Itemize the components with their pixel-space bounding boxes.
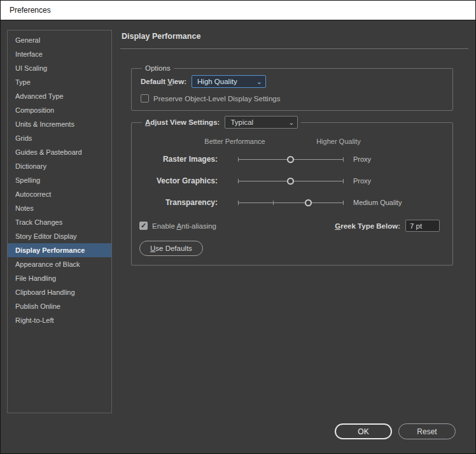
slider-thumb[interactable]: [305, 199, 312, 206]
enable-anti-aliasing-row: Enable Anti-aliasing: [139, 222, 216, 230]
chevron-down-icon: ⌄: [288, 119, 294, 125]
options-group-legend: Options: [142, 64, 174, 72]
default-view-label: Default View:: [141, 78, 186, 85]
sidebar-item-dictionary[interactable]: Dictionary: [8, 159, 111, 173]
use-defaults-row: Use Defaults: [139, 232, 445, 256]
slider[interactable]: [238, 176, 343, 186]
content: Display Performance Options Default View…: [120, 30, 468, 266]
better-performance-label: Better Performance: [204, 138, 265, 145]
preserve-object-level-checkbox[interactable]: [141, 94, 149, 103]
sidebar-item-file-handling[interactable]: File Handling: [8, 271, 111, 285]
slider-value-label: Proxy: [353, 177, 371, 185]
enable-anti-aliasing-label: Enable Anti-aliasing: [152, 222, 216, 230]
slider[interactable]: [238, 198, 343, 208]
sidebar-item-composition[interactable]: Composition: [8, 103, 111, 117]
adjust-view-settings-dropdown[interactable]: Typical ⌄: [225, 116, 298, 129]
slider[interactable]: [238, 155, 343, 164]
window-title: Preferences: [10, 6, 51, 15]
footer: OK Reset: [335, 423, 456, 439]
slider-tick: [238, 201, 239, 205]
sidebar-item-publish-online[interactable]: Publish Online: [8, 299, 111, 313]
titlebar[interactable]: Preferences: [1, 1, 475, 20]
ok-button[interactable]: OK: [335, 423, 392, 439]
scale-header-row: Better Performance Higher Quality: [139, 138, 445, 146]
sidebar-item-autocorrect[interactable]: Autocorrect: [8, 187, 111, 201]
greek-type-input[interactable]: [405, 220, 440, 232]
sidebar-item-interface[interactable]: Interface: [8, 47, 111, 61]
sidebar-item-advanced-type[interactable]: Advanced Type: [8, 89, 111, 103]
sidebar-item-spelling[interactable]: Spelling: [8, 173, 111, 187]
sidebar-item-story-editor-display[interactable]: Story Editor Display: [8, 229, 111, 243]
preserve-object-level-label: Preserve Object-Level Display Settings: [153, 95, 280, 103]
default-view-value: High Quality: [197, 78, 237, 85]
slider-label: Raster Images:: [139, 155, 218, 164]
adjust-view-settings-legend: Adjust View Settings: Typical ⌄: [142, 116, 301, 129]
sidebar-item-appearance-of-black[interactable]: Appearance of Black: [8, 257, 111, 271]
enable-anti-aliasing-checkbox[interactable]: [139, 222, 148, 230]
page-title: Display Performance: [120, 30, 468, 49]
default-view-row: Default View: High Quality ⌄: [141, 75, 445, 88]
slider-tick: [343, 201, 344, 205]
default-view-dropdown[interactable]: High Quality ⌄: [192, 75, 266, 88]
sidebar-item-grids[interactable]: Grids: [8, 131, 111, 145]
slider-value-label: Medium Quality: [353, 199, 402, 206]
sidebar-item-general[interactable]: General: [8, 33, 111, 47]
sidebar-item-track-changes[interactable]: Track Changes: [8, 215, 111, 229]
sliders: Raster Images:ProxyVector Graphics:Proxy…: [139, 150, 445, 211]
slider-tick: [273, 201, 274, 205]
slider-row: Transparency:Medium Quality: [139, 194, 445, 211]
sidebar-item-clipboard-handling[interactable]: Clipboard Handling: [8, 285, 111, 299]
slider-thumb[interactable]: [287, 178, 294, 185]
adjust-view-settings-label: Adjust View Settings:: [145, 118, 220, 126]
sidebar-item-notes[interactable]: Notes: [8, 201, 111, 215]
preferences-window: Preferences GeneralInterfaceUI ScalingTy…: [0, 0, 476, 454]
slider-row: Vector Graphics:Proxy: [139, 172, 445, 190]
higher-quality-label: Higher Quality: [316, 138, 361, 145]
adjust-view-settings-value: Typical: [230, 118, 253, 126]
slider-label: Vector Graphics:: [139, 176, 218, 185]
options-group: Options Default View: High Quality ⌄ Pre…: [131, 64, 453, 111]
preserve-object-level-row: Preserve Object-Level Display Settings: [141, 94, 445, 103]
antialias-greek-row: Enable Anti-aliasing Greek Type Below:: [139, 220, 445, 232]
reset-button[interactable]: Reset: [398, 423, 456, 439]
slider-tick: [238, 179, 239, 183]
sidebar-item-right-to-left[interactable]: Right-to-Left: [8, 313, 111, 327]
sidebar-item-display-performance[interactable]: Display Performance: [8, 243, 111, 257]
sidebar-item-ui-scaling[interactable]: UI Scaling: [8, 61, 111, 75]
slider-tick: [343, 179, 344, 183]
slider-label: Transparency:: [139, 198, 218, 207]
use-defaults-button[interactable]: Use Defaults: [139, 241, 203, 256]
adjust-view-group: Adjust View Settings: Typical ⌄ Better P…: [131, 116, 453, 266]
slider-thumb[interactable]: [287, 156, 294, 163]
slider-tick: [343, 157, 344, 162]
chevron-down-icon: ⌄: [256, 78, 262, 85]
sidebar-item-guides-pasteboard[interactable]: Guides & Pasteboard: [8, 145, 111, 159]
sidebar: GeneralInterfaceUI ScalingTypeAdvanced T…: [7, 30, 112, 413]
slider-value-label: Proxy: [353, 155, 371, 163]
greek-type-group: Greek Type Below:: [335, 220, 440, 232]
slider-row: Raster Images:Proxy: [139, 150, 445, 168]
slider-tick: [238, 157, 239, 162]
slider-track: [238, 202, 343, 203]
greek-type-below-label: Greek Type Below:: [335, 222, 400, 230]
sidebar-item-type[interactable]: Type: [8, 75, 111, 89]
sidebar-item-units-increments[interactable]: Units & Increments: [8, 117, 111, 131]
